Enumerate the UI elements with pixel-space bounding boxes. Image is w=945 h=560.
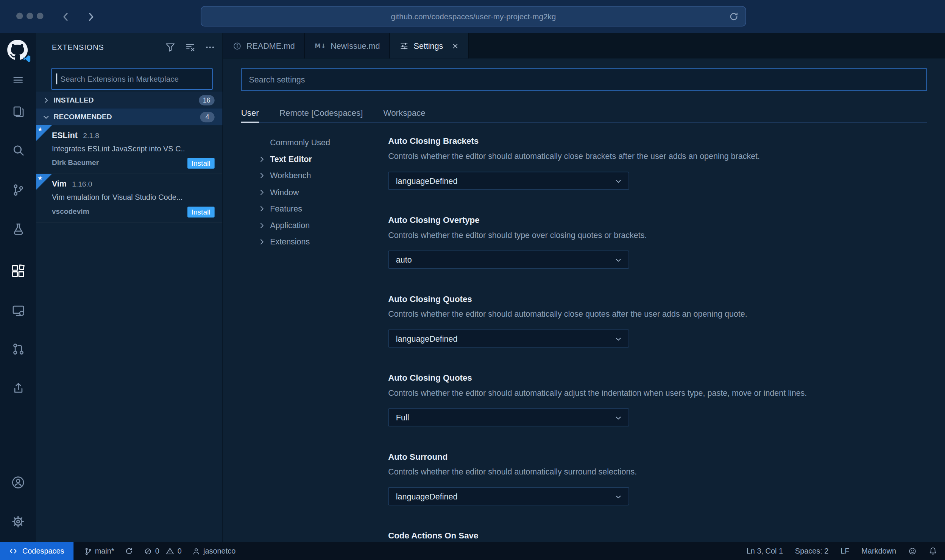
language-mode[interactable]: Markdown bbox=[861, 547, 896, 555]
sidebar-title: EXTENSIONS bbox=[52, 44, 104, 52]
settings-gear-icon[interactable] bbox=[0, 510, 36, 534]
setting-auto-closing-brackets: Auto Closing Brackets Controls whether t… bbox=[388, 135, 934, 190]
traffic-light-close[interactable] bbox=[16, 12, 23, 19]
scope-tab-remote[interactable]: Remote [Codespaces] bbox=[279, 103, 363, 122]
chevron-down-icon bbox=[614, 256, 622, 264]
toc-text-editor[interactable]: Text Editor bbox=[258, 151, 378, 168]
setting-select[interactable]: languageDefined bbox=[388, 487, 629, 506]
address-bar-url: github.com/codespaces/user-my-project-mg… bbox=[391, 12, 556, 21]
toc-window[interactable]: Window bbox=[258, 184, 378, 201]
extension-version: 1.16.0 bbox=[72, 180, 92, 188]
user-indicator[interactable]: jasonetco bbox=[192, 547, 235, 555]
setting-title: Auto Closing Quotes bbox=[388, 293, 934, 304]
extension-description: Vim emulation for Visual Studio Code... bbox=[52, 193, 185, 202]
chevron-right-icon bbox=[258, 172, 266, 180]
chevron-right-icon bbox=[258, 188, 266, 196]
count-badge: 16 bbox=[199, 95, 215, 105]
setting-description: Controls whether the editor should type … bbox=[388, 230, 934, 241]
star-icon: ★ bbox=[37, 126, 43, 133]
extensions-search-input[interactable] bbox=[51, 68, 213, 90]
tab-label: Settings bbox=[414, 41, 443, 50]
select-value: languageDefined bbox=[396, 492, 458, 501]
setting-select[interactable]: languageDefined bbox=[388, 172, 629, 190]
explorer-icon[interactable] bbox=[0, 100, 36, 124]
tab-label: README.md bbox=[246, 41, 295, 50]
scope-tab-user[interactable]: User bbox=[241, 103, 259, 122]
settings-toc: Commonly Used Text Editor Workbench Wind… bbox=[258, 134, 378, 250]
browser-forward-icon[interactable] bbox=[86, 10, 97, 23]
chevron-down-icon bbox=[614, 177, 622, 185]
setting-auto-closing-quotes: Auto Closing Quotes Controls whether the… bbox=[388, 293, 934, 347]
toc-commonly-used[interactable]: Commonly Used bbox=[258, 134, 378, 151]
search-icon[interactable] bbox=[0, 138, 36, 162]
section-recommended[interactable]: RECOMMENDED 4 bbox=[36, 109, 223, 126]
branch-indicator[interactable]: main* bbox=[84, 547, 114, 555]
test-beaker-icon[interactable] bbox=[0, 217, 36, 241]
eol-selector[interactable]: LF bbox=[841, 547, 849, 555]
markdown-icon: M↓ bbox=[315, 42, 326, 49]
filter-icon[interactable] bbox=[165, 42, 175, 52]
remote-indicator[interactable]: Codespaces bbox=[0, 542, 73, 560]
install-button[interactable]: Install bbox=[187, 207, 214, 218]
browser-back-icon[interactable] bbox=[60, 10, 71, 23]
count-badge: 4 bbox=[200, 112, 214, 122]
section-label: INSTALLED bbox=[54, 96, 94, 104]
traffic-light-minimize[interactable] bbox=[27, 12, 33, 19]
text-caret bbox=[56, 73, 57, 84]
address-bar[interactable]: github.com/codespaces/user-my-project-mg… bbox=[201, 6, 746, 26]
chevron-right-icon bbox=[258, 221, 266, 229]
settings-search-input[interactable] bbox=[241, 68, 927, 91]
scope-tab-workspace[interactable]: Workspace bbox=[384, 103, 426, 122]
setting-select[interactable]: auto bbox=[388, 250, 629, 269]
clear-filter-icon[interactable] bbox=[185, 42, 195, 52]
setting-auto-surround: Auto Surround Controls whether the edito… bbox=[388, 451, 934, 505]
close-icon[interactable] bbox=[452, 42, 459, 49]
window-controls bbox=[16, 12, 44, 19]
source-control-icon[interactable] bbox=[0, 178, 36, 202]
settings-list: Auto Closing Brackets Controls whether t… bbox=[388, 135, 934, 542]
traffic-light-zoom[interactable] bbox=[37, 12, 44, 19]
browser-window: github.com/codespaces/user-my-project-mg… bbox=[0, 0, 945, 560]
chevron-down-icon bbox=[614, 414, 622, 422]
refresh-icon[interactable] bbox=[729, 11, 739, 22]
extension-item-vim[interactable]: ★ Vim 1.16.0 Vim emulation for Visual St… bbox=[36, 174, 223, 223]
select-value: languageDefined bbox=[396, 334, 458, 343]
toc-features[interactable]: Features bbox=[258, 201, 378, 217]
tab-newissue[interactable]: M↓ NewIssue.md bbox=[305, 33, 390, 59]
remote-explorer-icon[interactable] bbox=[0, 298, 36, 322]
cursor-position[interactable]: Ln 3, Col 1 bbox=[747, 547, 783, 555]
pull-request-icon[interactable] bbox=[0, 337, 36, 361]
share-icon[interactable] bbox=[0, 376, 36, 400]
install-button[interactable]: Install bbox=[187, 158, 214, 169]
toc-workbench[interactable]: Workbench bbox=[258, 168, 378, 184]
more-actions-icon[interactable] bbox=[205, 42, 215, 52]
notifications-bell-icon[interactable] bbox=[929, 547, 937, 555]
chevron-right-icon bbox=[42, 96, 50, 104]
extensions-sidebar: EXTENSIONS bbox=[36, 33, 223, 542]
chevron-right-icon bbox=[258, 238, 266, 246]
account-icon bbox=[192, 547, 200, 555]
settings-editor: User Remote [Codespaces] Workspace Commo… bbox=[223, 58, 945, 542]
tab-readme[interactable]: README.md bbox=[223, 33, 305, 59]
workbench: EXTENSIONS bbox=[0, 33, 945, 542]
menu-icon[interactable] bbox=[0, 68, 36, 92]
vscode-logo bbox=[23, 55, 31, 63]
setting-description: Controls whether the editor should autom… bbox=[388, 309, 934, 320]
feedback-smiley-icon[interactable] bbox=[908, 547, 917, 555]
account-icon[interactable] bbox=[0, 470, 36, 495]
toc-application[interactable]: Application bbox=[258, 217, 378, 234]
toc-extensions[interactable]: Extensions bbox=[258, 234, 378, 250]
remote-label: Codespaces bbox=[22, 547, 64, 555]
setting-title: Auto Closing Overtype bbox=[388, 215, 934, 226]
problems-indicator[interactable]: 0 0 bbox=[144, 547, 182, 555]
extension-item-eslint[interactable]: ★ ESLint 2.1.8 Integrates ESLint JavaScr… bbox=[36, 125, 223, 174]
extensions-icon[interactable] bbox=[0, 259, 36, 283]
tab-settings[interactable]: Settings bbox=[390, 33, 469, 59]
section-installed[interactable]: INSTALLED 16 bbox=[36, 92, 223, 109]
setting-select[interactable]: Full bbox=[388, 408, 629, 426]
chevron-down-icon bbox=[42, 113, 50, 121]
sync-indicator[interactable] bbox=[125, 547, 133, 555]
indentation[interactable]: Spaces: 2 bbox=[795, 547, 828, 555]
warning-icon bbox=[166, 547, 174, 555]
setting-select[interactable]: languageDefined bbox=[388, 330, 629, 348]
